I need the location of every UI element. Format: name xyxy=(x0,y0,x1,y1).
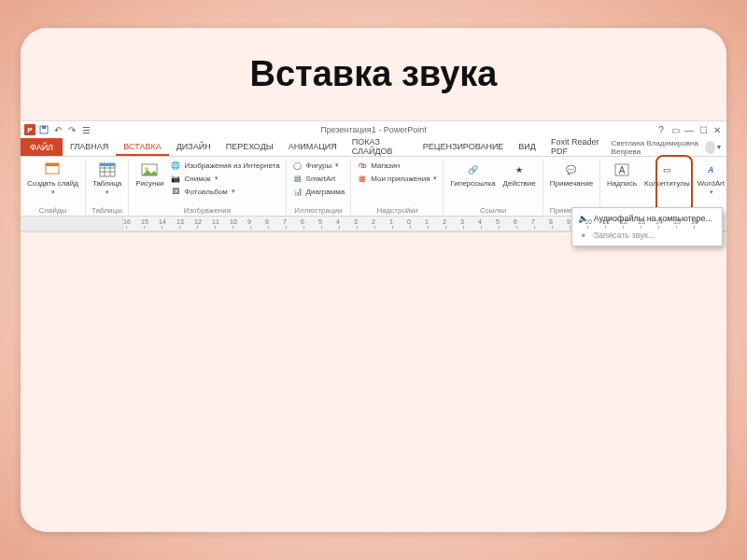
ruler-number: 3 xyxy=(460,218,464,225)
ruler-number: 4 xyxy=(478,218,482,225)
chart-button[interactable]: 📊 Диаграмма xyxy=(290,185,347,198)
svg-rect-9 xyxy=(100,163,115,166)
tab-animation[interactable]: АНИМАЦИЯ xyxy=(281,138,345,156)
new-slide-icon xyxy=(43,161,62,179)
avatar-icon xyxy=(705,141,715,154)
picture-icon xyxy=(140,161,159,179)
shapes-icon: ◯ xyxy=(292,160,303,171)
screenshot-icon: 📷 xyxy=(170,173,181,184)
record-icon: ● xyxy=(578,230,589,241)
chevron-down-icon: ▾ xyxy=(710,189,713,196)
svg-rect-3 xyxy=(46,163,59,166)
ruler-number: 3 xyxy=(354,218,358,225)
ruler-number: 14 xyxy=(159,218,166,225)
ruler-number: 6 xyxy=(301,218,304,225)
new-slide-button[interactable]: Создать слайд ▾ xyxy=(24,159,81,196)
ruler-number: 2 xyxy=(372,218,375,225)
ruler-number: 12 xyxy=(194,218,202,225)
ruler-number: 10 xyxy=(230,218,237,225)
chevron-down-icon: ▾ xyxy=(232,188,235,195)
smartart-button[interactable]: ▤ SmartArt xyxy=(290,172,347,185)
ruler-number: 0 xyxy=(407,218,411,225)
store-icon: 🛍 xyxy=(357,160,368,171)
group-links: 🔗 Гиперссылка ★ Действие Ссылки xyxy=(444,159,543,216)
tab-review[interactable]: РЕЦЕНЗИРОВАНИЕ xyxy=(416,138,512,156)
ruler-number: 13 xyxy=(638,218,645,225)
chevron-down-icon: ▾ xyxy=(51,189,55,196)
ruler-number: 7 xyxy=(283,218,287,225)
title-bar: P ↶ ↷ ☰ Презентация1 - PowerPoint ? ▭ — … xyxy=(21,121,726,138)
ruler-number: 16 xyxy=(123,218,131,225)
tab-slideshow[interactable]: ПОКАЗ СЛАЙДОВ xyxy=(345,138,416,156)
group-images: Рисунки 🌐 Изображения из Интернета 📷 Сни… xyxy=(129,159,286,216)
group-label: Изображения xyxy=(133,206,281,216)
tab-file[interactable]: ФАЙЛ xyxy=(21,138,63,156)
header-footer-icon: ▭ xyxy=(657,161,676,179)
tab-transitions[interactable]: ПЕРЕХОДЫ xyxy=(218,138,281,156)
chevron-down-icon: ▾ xyxy=(717,143,721,151)
group-tables: Таблица ▾ Таблицы xyxy=(86,159,129,216)
screenshot-button[interactable]: 📷 Снимок ▾ xyxy=(168,172,281,185)
action-button[interactable]: ★ Действие xyxy=(500,159,539,188)
ruler-gutter xyxy=(21,217,123,231)
ruler-number: 5 xyxy=(496,218,500,225)
ruler-number: 16 xyxy=(691,218,698,225)
wordart-button[interactable]: A WordArt ▾ xyxy=(695,159,726,196)
group-label: Таблицы xyxy=(90,206,124,216)
group-illustrations: ◯ Фигуры ▾ ▤ SmartArt 📊 Диаграмма xyxy=(287,159,352,216)
tab-view[interactable]: ВИД xyxy=(511,138,543,156)
hyperlink-button[interactable]: 🔗 Гиперссылка xyxy=(447,159,498,188)
ruler-number: 8 xyxy=(265,218,269,225)
comment-button[interactable]: 💬 Примечание xyxy=(547,159,596,188)
group-slides: Создать слайд ▾ Слайды xyxy=(21,159,86,216)
album-icon: 🖼 xyxy=(170,186,181,197)
presentation-slide: Вставка звука P ↶ ↷ ☰ Презентация1 - Pow… xyxy=(21,28,726,532)
chevron-down-icon: ▾ xyxy=(215,175,218,182)
horizontal-ruler: 1615141312111098765432101234567891011121… xyxy=(21,217,726,231)
ruler-number: 2 xyxy=(443,218,446,225)
ruler-number: 15 xyxy=(141,218,148,225)
ribbon-tabs: ФАЙЛ ГЛАВНАЯ ВСТАВКА ДИЗАЙН ПЕРЕХОДЫ АНИ… xyxy=(21,138,726,157)
ruler-number: 11 xyxy=(602,218,610,225)
textbox-button[interactable]: A Надпись xyxy=(604,159,640,188)
ruler-track: 1615141312111098765432101234567891011121… xyxy=(123,217,726,231)
ruler-number: 9 xyxy=(247,218,251,225)
ruler-number: 14 xyxy=(655,218,663,225)
ruler-number: 1 xyxy=(425,218,429,225)
ribbon-insert: Создать слайд ▾ Слайды Таблица ▾ xyxy=(21,157,726,217)
table-button[interactable]: Таблица ▾ xyxy=(90,159,124,196)
tab-insert[interactable]: ВСТАВКА xyxy=(116,138,168,156)
ruler-number: 13 xyxy=(176,218,184,225)
ruler-number: 4 xyxy=(336,218,340,225)
textbox-icon: A xyxy=(613,161,631,179)
group-label: Иллюстрации xyxy=(290,206,347,216)
wordart-icon: A xyxy=(701,161,720,179)
action-icon: ★ xyxy=(510,161,529,179)
ruler-number: 11 xyxy=(212,218,219,225)
tab-home[interactable]: ГЛАВНАЯ xyxy=(63,138,116,156)
globe-picture-icon: 🌐 xyxy=(170,160,181,171)
powerpoint-window: P ↶ ↷ ☰ Презентация1 - PowerPoint ? ▭ — … xyxy=(21,120,726,232)
chevron-down-icon: ▾ xyxy=(335,161,339,169)
comment-icon: 💬 xyxy=(562,161,581,179)
chart-icon: 📊 xyxy=(292,186,303,197)
photo-album-button[interactable]: 🖼 Фотоальбом ▾ xyxy=(168,185,281,198)
shapes-button[interactable]: ◯ Фигуры ▾ xyxy=(290,159,347,172)
ruler-number: 7 xyxy=(531,218,535,225)
store-button[interactable]: 🛍 Магазин xyxy=(355,159,439,172)
group-label: Ссылки xyxy=(447,206,538,216)
account-area[interactable]: Светлана Владимировна Вепрева ▾ xyxy=(612,138,726,156)
window-title: Презентация1 - PowerPoint xyxy=(21,125,726,134)
online-pictures-button[interactable]: 🌐 Изображения из Интернета xyxy=(168,159,281,172)
svg-text:A: A xyxy=(619,165,626,175)
header-footer-button[interactable]: ▭ Колонтитулы xyxy=(641,159,693,188)
tab-design[interactable]: ДИЗАЙН xyxy=(169,138,218,156)
tab-foxit[interactable]: Foxit Reader PDF xyxy=(543,138,612,156)
pictures-button[interactable]: Рисунки xyxy=(133,159,166,188)
group-label: Слайды xyxy=(24,206,81,216)
chevron-down-icon: ▾ xyxy=(433,175,437,182)
ruler-number: 9 xyxy=(567,218,571,225)
my-apps-button[interactable]: ▦ Мои приложения ▾ xyxy=(355,172,439,185)
chevron-down-icon: ▾ xyxy=(106,189,109,196)
ruler-number: 6 xyxy=(514,218,517,225)
